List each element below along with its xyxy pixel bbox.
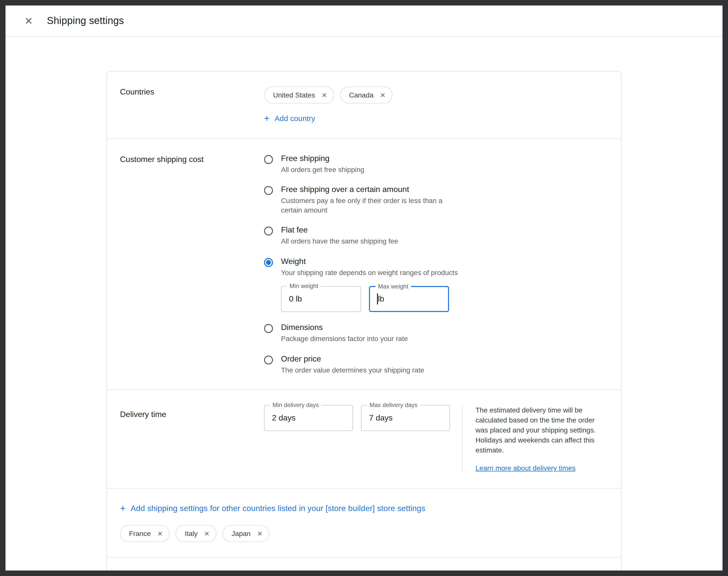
radio-option-order-price[interactable]: Order price The order value determines y…: [264, 354, 608, 375]
option-text: Free shipping over a certain amount Cust…: [281, 185, 465, 215]
option-title: Free shipping over a certain amount: [281, 185, 465, 194]
delivery-time-section: Delivery time Min delivery days 2 days M…: [107, 390, 621, 488]
delivery-note-text: The estimated delivery time will be calc…: [475, 405, 607, 455]
option-title: Dimensions: [281, 323, 408, 332]
add-country-label: Add country: [274, 114, 315, 122]
vertical-divider: [462, 405, 463, 473]
settings-card: Countries United States ✕ Canada ✕ + Ad: [107, 71, 621, 571]
chip-label: France: [129, 530, 151, 538]
add-other-countries-label: Add shipping settings for other countrie…: [130, 504, 425, 513]
page-title: Shipping settings: [47, 15, 124, 27]
country-chip-united-states[interactable]: United States ✕: [264, 86, 334, 104]
max-weight-field[interactable]: Max weight lb: [369, 286, 449, 312]
option-title: Order price: [281, 354, 424, 364]
min-delivery-days-floating-label: Min delivery days: [270, 402, 321, 409]
country-chip-italy[interactable]: Italy ✕: [176, 525, 216, 542]
radio-option-dimensions[interactable]: Dimensions Package dimensions factor int…: [264, 323, 608, 344]
option-description: All orders have the same shipping fee: [281, 237, 398, 246]
learn-more-link[interactable]: Learn more about delivery times: [475, 463, 576, 473]
radio-icon[interactable]: [264, 324, 273, 333]
max-delivery-days-floating-label: Max delivery days: [367, 402, 420, 409]
country-chip-canada[interactable]: Canada ✕: [340, 86, 392, 104]
country-chip-japan[interactable]: Japan ✕: [223, 525, 269, 542]
screenshot-frame: ✕ Shipping settings Countries United Sta…: [0, 0, 728, 576]
max-weight-suffix: lb: [378, 295, 384, 304]
shipping-cost-options: Free shipping All orders get free shippi…: [264, 154, 608, 375]
radio-icon[interactable]: [264, 155, 273, 164]
weight-fields: Min weight 0 lb Max weight lb: [281, 286, 458, 312]
option-description: Customers pay a fee only if their order …: [281, 196, 465, 215]
radio-option-flat-fee[interactable]: Flat fee All orders have the same shippi…: [264, 226, 608, 246]
other-country-chip-list: France ✕ Italy ✕ Japan ✕: [120, 525, 608, 542]
remove-chip-icon[interactable]: ✕: [257, 530, 262, 537]
footer-actions: Save Back: [107, 557, 621, 571]
option-description: The order value determines your shipping…: [281, 366, 424, 375]
shipping-settings-page: ✕ Shipping settings Countries United Sta…: [5, 5, 723, 571]
close-icon: ✕: [25, 15, 33, 26]
plus-icon: +: [120, 504, 125, 513]
countries-section: Countries United States ✕ Canada ✕ + Ad: [107, 71, 621, 139]
chip-label: Italy: [185, 530, 198, 538]
country-chip-list: United States ✕ Canada ✕: [264, 86, 608, 104]
option-text: Flat fee All orders have the same shippi…: [281, 226, 398, 246]
radio-icon[interactable]: [264, 186, 273, 195]
radio-option-weight[interactable]: Weight Your shipping rate depends on wei…: [264, 257, 608, 312]
delivery-fields: Min delivery days 2 days Max delivery da…: [264, 405, 450, 431]
delivery-note: The estimated delivery time will be calc…: [475, 405, 607, 473]
radio-icon[interactable]: [264, 227, 273, 236]
add-other-countries-button[interactable]: + Add shipping settings for other countr…: [120, 504, 608, 513]
delivery-time-content: Min delivery days 2 days Max delivery da…: [264, 405, 608, 473]
remove-chip-icon[interactable]: ✕: [380, 92, 385, 98]
shipping-cost-section: Customer shipping cost Free shipping All…: [107, 139, 621, 390]
shipping-cost-label: Customer shipping cost: [120, 154, 264, 375]
plus-icon: +: [264, 114, 269, 123]
delivery-time-label: Delivery time: [120, 405, 264, 473]
chip-label: United States: [273, 91, 315, 99]
radio-icon[interactable]: [264, 355, 273, 365]
option-text: Order price The order value determines y…: [281, 354, 424, 375]
country-chip-france[interactable]: France ✕: [120, 525, 170, 542]
remove-chip-icon[interactable]: ✕: [157, 530, 163, 537]
max-delivery-days-value: 7 days: [369, 414, 392, 423]
chip-label: Japan: [232, 530, 251, 538]
option-title: Weight: [281, 257, 458, 266]
remove-chip-icon[interactable]: ✕: [321, 92, 327, 98]
radio-option-free-shipping[interactable]: Free shipping All orders get free shippi…: [264, 154, 608, 174]
option-title: Free shipping: [281, 154, 364, 163]
min-weight-value: 0 lb: [289, 295, 302, 304]
add-country-button[interactable]: + Add country: [264, 114, 315, 123]
option-text: Dimensions Package dimensions factor int…: [281, 323, 408, 344]
radio-icon-selected[interactable]: [264, 258, 273, 267]
min-delivery-days-value: 2 days: [272, 414, 295, 423]
option-title: Flat fee: [281, 226, 398, 235]
min-weight-field[interactable]: Min weight 0 lb: [281, 286, 361, 312]
chip-label: Canada: [349, 91, 374, 99]
remove-chip-icon[interactable]: ✕: [204, 530, 209, 537]
close-button[interactable]: ✕: [23, 14, 35, 28]
min-delivery-days-field[interactable]: Min delivery days 2 days: [264, 405, 353, 431]
max-weight-floating-label: Max weight: [376, 283, 411, 291]
min-weight-floating-label: Min weight: [287, 283, 321, 290]
option-description: Package dimensions factor into your rate: [281, 334, 408, 344]
other-countries-section: + Add shipping settings for other countr…: [107, 488, 621, 557]
max-weight-value: lb: [377, 294, 384, 305]
dialog-header: ✕ Shipping settings: [5, 5, 723, 36]
countries-label: Countries: [120, 86, 264, 123]
option-text: Weight Your shipping rate depends on wei…: [281, 257, 458, 312]
option-text: Free shipping All orders get free shippi…: [281, 154, 364, 174]
radio-option-free-over-amount[interactable]: Free shipping over a certain amount Cust…: [264, 185, 608, 215]
option-description: All orders get free shipping: [281, 165, 364, 174]
max-delivery-days-field[interactable]: Max delivery days 7 days: [361, 405, 450, 431]
option-description: Your shipping rate depends on weight ran…: [281, 268, 458, 277]
